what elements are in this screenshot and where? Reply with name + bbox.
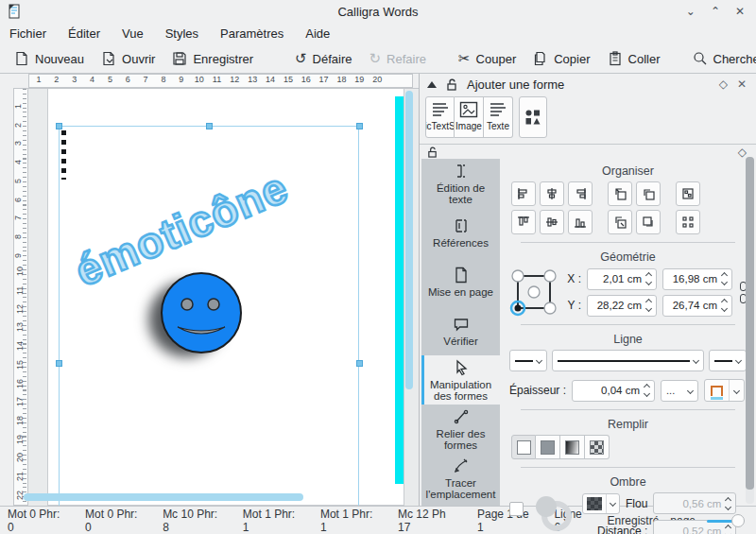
spinner-arrows-icon[interactable] (644, 273, 653, 284)
send-to-back-button[interactable] (608, 210, 632, 234)
ruler-number: 3 (13, 141, 23, 146)
tool-draw-path[interactable]: Tracer l'emplacement (421, 454, 500, 503)
ruler-number: 13 (15, 322, 25, 332)
anchor-point-selector[interactable] (509, 267, 558, 317)
minimize-icon[interactable]: ⌄ (686, 5, 696, 18)
add-text-shape-button[interactable]: Texte (484, 96, 513, 138)
spinner-arrows-icon[interactable] (643, 385, 651, 396)
ungroup-shapes-button[interactable] (676, 210, 700, 234)
maximize-icon[interactable]: ⌃ (711, 5, 720, 18)
shadow-color-swatch (587, 497, 602, 510)
menu-parametres[interactable]: Paramètres (220, 26, 284, 41)
menu-vue[interactable]: Vue (122, 26, 144, 41)
canvas-horizontal-scrollbar[interactable] (24, 493, 303, 501)
add-geometric-shape-button[interactable] (519, 96, 547, 138)
fill-gradient-button[interactable] (560, 435, 585, 459)
spinner-arrows-icon[interactable] (644, 300, 653, 311)
line-options-combo[interactable]: ... (661, 380, 698, 402)
line-color-button[interactable] (704, 379, 745, 402)
align-top-button[interactable] (511, 210, 536, 234)
y-position-field[interactable]: 28,22 cm (587, 295, 657, 317)
spinner-arrows-icon[interactable] (720, 273, 729, 284)
height-field[interactable]: 26,74 cm (662, 295, 732, 317)
calligra-words-window: Calligra Words ⌄ ⌃ ✕ Fichier Éditer Vue … (0, 0, 756, 534)
menu-fichier[interactable]: Fichier (9, 26, 46, 41)
align-center-horizontal-button[interactable] (540, 181, 564, 206)
tool-shape-handling[interactable]: Manipulation des formes (421, 355, 500, 405)
line-end-marker-combo[interactable] (709, 350, 747, 371)
speech-bubble-icon (453, 316, 470, 333)
redo-button[interactable]: ↻ Refaire (361, 48, 436, 70)
selection-handle-middle-left[interactable] (56, 360, 62, 367)
pattern-fill-icon (590, 440, 604, 455)
zoom-slider-knob[interactable] (731, 514, 745, 527)
undo-button[interactable]: ↺ Défaire (286, 48, 361, 70)
menu-editer[interactable]: Éditer (68, 26, 100, 41)
align-left-button[interactable] (511, 181, 536, 206)
fill-none-button[interactable] (511, 435, 536, 459)
line-start-marker-combo[interactable] (509, 350, 547, 371)
bring-to-front-button[interactable] (608, 181, 632, 206)
copy-button[interactable]: Copier (524, 47, 598, 70)
fill-solid-button[interactable] (536, 435, 560, 459)
menu-styles[interactable]: Styles (165, 26, 198, 41)
close-docker-icon[interactable]: ✕ (737, 78, 747, 91)
selection-handle-middle-right[interactable] (356, 360, 363, 367)
open-button[interactable]: Ouvrir (93, 47, 163, 70)
selection-handle-top-center[interactable] (206, 123, 213, 129)
document-canvas[interactable]: 1234567891011121314151617181920 12345678… (0, 74, 419, 506)
ruler-number: 10 (195, 75, 204, 84)
shadow-enable-checkbox[interactable] (509, 502, 524, 516)
zoom-slider[interactable] (707, 514, 745, 527)
tool-page-layout[interactable]: Mise en page (421, 257, 500, 306)
vertical-ruler[interactable]: 12345678910111213141516171819202122 (13, 88, 28, 506)
thickness-field[interactable]: 0,04 cm (572, 380, 655, 402)
tool-connect-shapes[interactable]: Relier des formes (421, 405, 500, 454)
spinner-arrows-icon[interactable] (720, 300, 729, 311)
paste-button[interactable]: Coller (599, 47, 669, 70)
ruler-number: 9 (13, 253, 23, 258)
save-button[interactable]: Enregistrer (163, 47, 262, 70)
close-icon[interactable]: ✕ (735, 5, 745, 18)
x-position-field[interactable]: 2,01 cm (587, 268, 657, 290)
organiser-row-2 (511, 210, 747, 234)
selection-handle-top-left[interactable] (56, 123, 62, 129)
align-center-vertical-button[interactable] (540, 210, 564, 234)
panel-scrollbar-thumb[interactable] (746, 157, 754, 490)
find-button[interactable]: Chercher (684, 47, 756, 70)
paste-icon (608, 51, 623, 66)
align-right-button[interactable] (568, 181, 593, 206)
ruler-number: 14 (266, 75, 275, 84)
shadow-color-button[interactable] (582, 493, 620, 514)
shadow-angle-selector[interactable] (531, 492, 575, 534)
selection-handle-top-right[interactable] (356, 123, 363, 129)
lower-shape-button[interactable] (636, 210, 661, 234)
align-bottom-button[interactable] (568, 210, 593, 234)
float-docker-icon[interactable]: ◇ (719, 78, 728, 91)
document-viewport[interactable]: émoticône (28, 88, 419, 506)
ruler-number: 20 (15, 453, 25, 462)
collapse-icon[interactable] (427, 81, 437, 88)
tool-review[interactable]: Vérifier (421, 306, 500, 355)
fill-pattern-button[interactable] (585, 435, 610, 459)
smiley-shape[interactable] (159, 270, 244, 355)
add-image-shape-button[interactable]: Image (455, 96, 484, 138)
tool-text-editing[interactable]: Édition de texte (421, 159, 500, 208)
unlock-icon[interactable] (446, 78, 457, 91)
horizontal-ruler[interactable]: 1234567891011121314151617181920 (28, 74, 413, 88)
line-style-combo[interactable] (552, 350, 704, 371)
raise-shape-button[interactable] (636, 181, 661, 206)
panel-scrollbar[interactable] (746, 157, 754, 504)
group-shapes-button[interactable] (676, 181, 700, 206)
width-field[interactable]: 16,98 cm (662, 268, 732, 290)
menu-aide[interactable]: Aide (305, 26, 330, 41)
new-button[interactable]: Nouveau (6, 47, 93, 70)
tool-references[interactable]: Références (421, 208, 500, 257)
add-static-text-shape-button[interactable]: ticTextSI (425, 96, 455, 138)
tool-selector-sidebar: Édition de texte Références Mise en page… (421, 159, 500, 506)
canvas-vertical-scrollbar[interactable] (405, 91, 413, 389)
float-docker-icon[interactable]: ◇ (738, 146, 747, 159)
unlock-icon[interactable] (427, 146, 438, 158)
cut-button[interactable]: ✂ Couper (450, 48, 524, 70)
shadow-blur-field[interactable]: 0,56 cm (653, 492, 736, 514)
